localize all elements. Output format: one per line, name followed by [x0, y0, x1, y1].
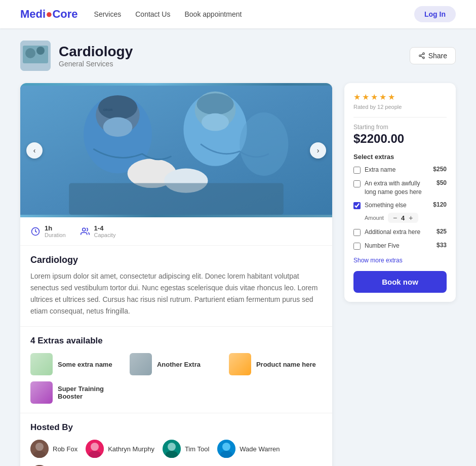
amount-control: − 4 +: [388, 213, 418, 223]
nav-contact[interactable]: Contact Us: [135, 10, 170, 18]
svg-point-32: [168, 443, 176, 451]
svg-point-17: [196, 93, 233, 114]
host-item-1: Rob Fox: [30, 440, 77, 458]
svg-text:omom: omom: [103, 107, 113, 112]
host-avatar-2: [86, 440, 104, 458]
extra-option-1: Extra name $250: [353, 166, 447, 174]
host-avatar-4: [217, 440, 235, 458]
svg-line-7: [421, 56, 423, 57]
nav-services[interactable]: Services: [94, 10, 122, 18]
host-avatar-1: [30, 440, 49, 458]
star-4: ★: [379, 92, 386, 102]
svg-point-14: [103, 118, 133, 137]
clock-icon: [30, 226, 41, 237]
page: Cardiology General Services Share: [0, 28, 476, 466]
starting-from-label: Starting from: [353, 124, 447, 131]
host-item-4: Wade Warren: [217, 440, 280, 458]
extra-item-2: Another Extra: [130, 353, 223, 375]
extra-name-1: Some extra name: [58, 361, 112, 368]
hosts-grid: Rob Fox Kathryn Murphy Tim Tool: [30, 440, 322, 458]
extra-thumb-2: [130, 353, 152, 375]
service-subtitle: General Services: [59, 60, 133, 68]
show-more-extras-link[interactable]: Show more extras: [353, 257, 403, 264]
svg-line-8: [421, 54, 423, 55]
service-title: Cardiology: [59, 44, 133, 60]
amount-increment-button[interactable]: +: [408, 214, 414, 222]
extras-grid: Some extra name Another Extra Product na…: [30, 353, 322, 404]
extra-checkbox-2[interactable]: [353, 180, 361, 187]
hosted-heading: Hosted By: [30, 422, 322, 433]
book-now-button[interactable]: Book now: [353, 271, 447, 293]
extra-item-4: Super Training Booster: [30, 381, 124, 404]
star-5: ★: [388, 92, 395, 102]
service-title-block: Cardiology General Services: [59, 44, 133, 68]
capacity-label: Capacity: [94, 232, 116, 238]
host-item-3: Tim Tool: [163, 440, 209, 458]
description-section: Cardiology Lorem ipsum dolor sit amet, c…: [20, 246, 332, 326]
image-carousel: omom: [20, 83, 332, 217]
host-name-2: Kathryn Murphy: [108, 445, 154, 453]
select-extras-label: Select extras: [353, 153, 447, 161]
price: $2200.00: [353, 132, 447, 146]
service-header: Cardiology General Services Share: [20, 41, 456, 71]
extra-checkbox-1[interactable]: [353, 167, 361, 174]
extra-name-4: Super Training Booster: [58, 385, 124, 400]
extra-name-2: Another Extra: [157, 361, 201, 368]
svg-point-3: [36, 47, 45, 55]
extra-name-3: Product name here: [256, 361, 316, 368]
svg-point-4: [422, 53, 424, 55]
rating-count: Rated by 12 people: [353, 104, 447, 110]
carousel-image: omom: [20, 83, 332, 217]
logo[interactable]: Medi●Core: [20, 8, 78, 21]
extra-option-price-1: $250: [433, 166, 447, 173]
extra-option-name-1: Extra name: [365, 166, 429, 174]
people-icon: [80, 226, 90, 237]
service-thumbnail: [20, 41, 51, 71]
svg-point-6: [422, 57, 424, 59]
extra-option-4: Additional extra here $25: [353, 228, 447, 237]
amount-decrement-button[interactable]: −: [392, 214, 398, 222]
duration-info: 1h Duration: [30, 224, 66, 238]
extra-thumb-1: [30, 353, 53, 375]
svg-point-2: [25, 48, 35, 58]
carousel-prev-button[interactable]: ‹: [26, 142, 43, 159]
extra-checkbox-4[interactable]: [353, 229, 361, 236]
amount-label: Amount: [365, 215, 384, 221]
share-button[interactable]: Share: [410, 47, 456, 64]
star-1: ★: [353, 92, 361, 102]
extras-heading: 4 Extras available: [30, 336, 322, 346]
extra-thumb-3: [229, 353, 251, 375]
svg-point-26: [35, 443, 44, 451]
login-button[interactable]: Log In: [414, 6, 456, 22]
svg-point-18: [202, 113, 229, 131]
main-card: omom: [20, 83, 332, 466]
extra-option-price-4: $25: [437, 228, 447, 235]
extra-option-price-3: $120: [433, 201, 447, 208]
info-strip: 1h Duration 1-4 Capacity: [20, 217, 332, 246]
extra-option-name-4: Additional extra here: [365, 228, 432, 237]
extra-checkbox-5[interactable]: [353, 243, 361, 250]
carousel-next-button[interactable]: ›: [310, 142, 326, 159]
divider-1: [353, 117, 447, 118]
host-avatar-3: [163, 440, 181, 458]
amount-value: 4: [401, 214, 405, 222]
svg-point-22: [240, 112, 288, 176]
amount-row: Amount − 4 +: [365, 213, 447, 223]
rating-stars: ★ ★ ★ ★ ★: [353, 92, 447, 102]
extras-section: 4 Extras available Some extra name Anoth…: [20, 326, 332, 413]
extra-option-3: Something else $120: [353, 201, 447, 210]
description-body: Lorem ipsum dolor sit amet, consectetur …: [30, 270, 322, 317]
star-2: ★: [362, 92, 369, 102]
extra-option-price-2: $50: [437, 179, 447, 186]
share-icon: [418, 52, 425, 59]
nav-links: Services Contact Us Book appointment: [94, 10, 414, 18]
extra-option-name-2: An extra with awfully long name goes her…: [365, 179, 432, 197]
host-item-2: Kathryn Murphy: [86, 440, 154, 458]
extra-checkbox-3[interactable]: [353, 202, 361, 209]
nav-book[interactable]: Book appointment: [184, 10, 242, 18]
host-name-4: Wade Warren: [240, 445, 280, 453]
duration-value: 1h: [45, 224, 52, 232]
extra-item-1: Some extra name: [30, 353, 124, 375]
svg-point-29: [91, 443, 99, 451]
booking-card: ★ ★ ★ ★ ★ Rated by 12 people Starting fr…: [344, 83, 456, 302]
